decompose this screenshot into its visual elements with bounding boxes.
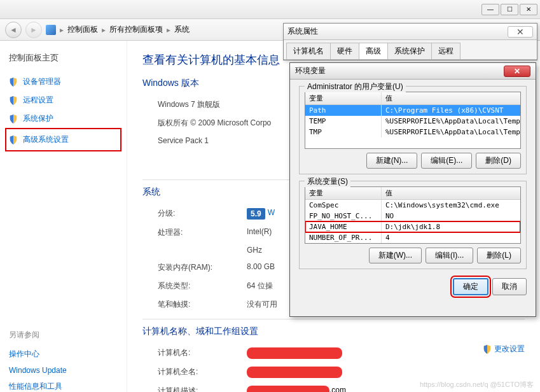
tab-computer-name[interactable]: 计算机名 <box>286 43 331 59</box>
redacted-value <box>247 347 342 359</box>
close-icon[interactable]: ✕ <box>504 66 530 77</box>
table-row-java-home[interactable]: JAVA_HOME D:\jdk\jdk1.8 <box>305 221 520 232</box>
windows-edition: Windows 7 旗舰版 <box>158 99 220 110</box>
sys-vars-label: 系统变量(S) <box>305 176 350 187</box>
description-label: 计算机描述: <box>158 386 247 392</box>
sidebar-title: 控制面板主页 <box>9 52 118 64</box>
sidebar-item-label: 高级系统设置 <box>23 134 69 145</box>
rating-link[interactable]: W <box>268 208 275 220</box>
chevron-right-icon: ▸ <box>59 25 65 34</box>
shield-icon <box>9 135 18 145</box>
breadcrumb-seg[interactable]: 系统 <box>174 24 190 35</box>
breadcrumb-seg[interactable]: 所有控制面板项 <box>109 24 163 35</box>
table-row[interactable]: NUMBER_OF_PR... 4 <box>305 232 520 243</box>
cpu-label: 处理器: <box>158 227 247 238</box>
computer-name-section-title: 计算机名称、域和工作组设置 <box>142 326 525 337</box>
footer-link-windows-update[interactable]: Windows Update <box>9 363 118 378</box>
edit-user-var-button[interactable]: 编辑(E)... <box>421 153 472 169</box>
sidebar-item-label: 系统保护 <box>23 113 53 124</box>
pen-value: 没有可用 <box>247 299 277 310</box>
see-also-title: 另请参阅 <box>9 330 118 340</box>
breadcrumb[interactable]: ▸ 控制面板 ▸ 所有控制面板项 ▸ 系统 <box>46 24 190 35</box>
chevron-right-icon: ▸ <box>100 25 107 34</box>
system-variables-group: 系统变量(S) 变量 值 ComSpec C:\Windows\system32… <box>299 181 527 269</box>
computer-name-label: 计算机名: <box>158 347 247 359</box>
ok-button[interactable]: 确定 <box>453 278 488 295</box>
cancel-button[interactable]: 取消 <box>492 278 527 295</box>
col-value[interactable]: 值 <box>382 187 520 199</box>
user-variables-group: Administrator 的用户变量(U) 变量 值 Path C:\Prog… <box>299 86 527 174</box>
table-row[interactable]: TMP %USERPROFILE%\AppData\Local\Temp <box>305 127 520 137</box>
type-label: 系统类型: <box>158 281 247 291</box>
maximize-button[interactable]: ☐ <box>501 4 518 15</box>
table-row[interactable]: Path C:\Program Files (x86)\CVSNT <box>305 105 520 116</box>
minimize-button[interactable]: — <box>481 4 499 15</box>
new-sys-var-button[interactable]: 新建(W)... <box>369 248 422 263</box>
environment-variables-dialog: 环境变量 ✕ Administrator 的用户变量(U) 变量 值 Path … <box>289 62 536 317</box>
shield-icon <box>9 77 18 87</box>
tab-advanced[interactable]: 高级 <box>359 43 388 59</box>
cpu-ghz: GHz <box>247 246 262 255</box>
sidebar: 控制面板主页 设备管理器 远程设置 系统保护 高级系统设置 另请参阅 操作中心 … <box>0 41 127 392</box>
tab-strip: 计算机名 硬件 高级 系统保护 远程 <box>284 40 537 60</box>
close-button[interactable]: ✕ <box>520 4 537 15</box>
ram-value: 8.00 GB <box>247 262 275 273</box>
sidebar-item-label: 远程设置 <box>23 95 53 106</box>
tab-hardware[interactable]: 硬件 <box>330 43 359 59</box>
control-panel-icon <box>46 25 56 35</box>
tab-remote[interactable]: 远程 <box>431 43 460 59</box>
delete-user-var-button[interactable]: 删除(D) <box>476 153 521 169</box>
table-row[interactable]: ComSpec C:\Windows\system32\cmd.exe <box>305 200 520 211</box>
sidebar-remote-settings[interactable]: 远程设置 <box>9 91 118 109</box>
watermark: https://blog.csdn.net/q @51CTO博客 <box>420 380 534 389</box>
close-icon[interactable]: ✕ <box>508 26 533 38</box>
breadcrumb-seg[interactable]: 控制面板 <box>67 24 98 35</box>
delete-sys-var-button[interactable]: 删除(L) <box>477 248 521 263</box>
col-variable[interactable]: 变量 <box>305 92 382 104</box>
copyright: 版权所有 © 2009 Microsoft Corpo <box>158 118 271 129</box>
dialog-title: 环境变量 <box>295 66 326 76</box>
chevron-right-icon: ▸ <box>165 25 172 34</box>
window-title-bar: — ☐ ✕ <box>0 0 540 19</box>
rating-label: 分级: <box>158 208 247 220</box>
tab-system-protection[interactable]: 系统保护 <box>387 43 432 59</box>
sidebar-device-manager[interactable]: 设备管理器 <box>9 73 118 91</box>
forward-button[interactable]: ► <box>25 22 42 38</box>
dialog-title-bar[interactable]: 系统属性 ✕ <box>284 24 537 40</box>
sidebar-system-protection[interactable]: 系统保护 <box>9 109 118 128</box>
new-user-var-button[interactable]: 新建(N)... <box>366 153 418 169</box>
back-button[interactable]: ◄ <box>5 22 22 38</box>
ram-label: 安装内存(RAM): <box>158 262 247 273</box>
shield-icon <box>9 114 18 124</box>
col-variable[interactable]: 变量 <box>305 187 382 199</box>
rating-badge[interactable]: 5.9 <box>247 208 265 220</box>
sidebar-item-label: 设备管理器 <box>23 76 61 87</box>
pen-label: 笔和触摸: <box>158 299 247 310</box>
system-variables-table[interactable]: 变量 值 ComSpec C:\Windows\system32\cmd.exe… <box>305 186 521 244</box>
edit-sys-var-button[interactable]: 编辑(I)... <box>426 248 473 263</box>
col-value[interactable]: 值 <box>382 92 520 104</box>
table-row[interactable]: FP_NO_HOST_C... NO <box>305 211 520 221</box>
dialog-title-bar[interactable]: 环境变量 ✕ <box>290 63 536 80</box>
table-row[interactable]: TEMP %USERPROFILE%\AppData\Local\Temp <box>305 116 520 127</box>
dialog-title: 系统属性 <box>287 26 318 37</box>
footer-link-performance[interactable]: 性能信息和工具 <box>9 378 118 392</box>
shield-icon <box>483 345 492 354</box>
redacted-value <box>247 367 342 378</box>
sidebar-advanced-system-settings[interactable]: 高级系统设置 <box>9 130 118 149</box>
full-name-label: 计算机全名: <box>158 367 247 378</box>
description-value: .com <box>329 386 346 392</box>
redacted-value <box>247 386 329 392</box>
system-properties-dialog: 系统属性 ✕ 计算机名 硬件 高级 系统保护 远程 <box>283 23 537 60</box>
footer-link-action-center[interactable]: 操作中心 <box>9 346 118 363</box>
service-pack: Service Pack 1 <box>158 136 209 145</box>
type-value: 64 位操 <box>247 281 273 291</box>
cpu-value: Intel(R) <box>247 227 272 238</box>
user-variables-table[interactable]: 变量 值 Path C:\Program Files (x86)\CVSNT T… <box>305 92 521 149</box>
user-vars-label: Administrator 的用户变量(U) <box>305 81 406 92</box>
shield-icon <box>9 95 18 106</box>
change-settings-link[interactable]: 更改设置 <box>483 344 525 354</box>
